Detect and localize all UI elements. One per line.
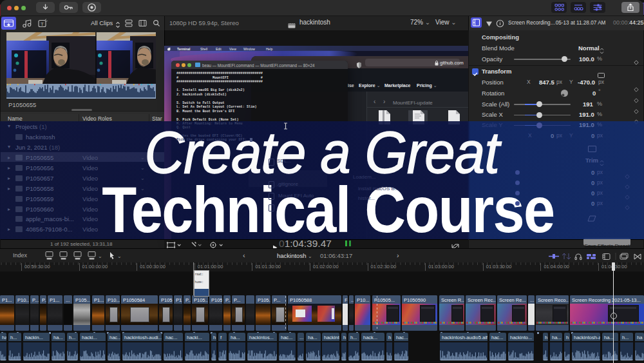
svg-text:T: T — [41, 21, 44, 27]
